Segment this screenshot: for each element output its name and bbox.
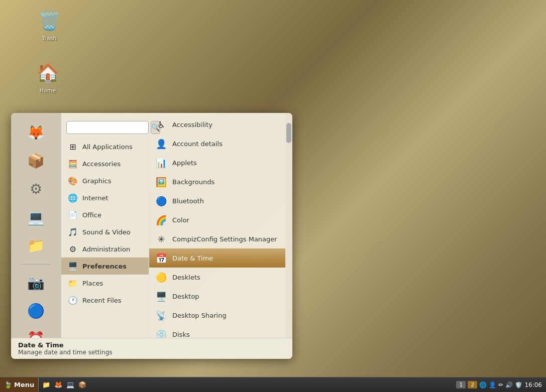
cat-preferences[interactable]: 🖥️ Preferences [61, 257, 149, 275]
administration-icon: ⚙️ [67, 243, 78, 254]
taskbar-firefox-icon[interactable]: 🦊 [53, 379, 64, 390]
app-backgrounds-label: Backgrounds [172, 178, 214, 186]
compizconfig-icon: ✳️ [155, 233, 167, 245]
cat-internet[interactable]: 🌐 Internet [61, 189, 149, 206]
app-date-time-label: Date & Time [172, 254, 213, 262]
app-tooltip: Date & Time Manage date and time setting… [149, 338, 285, 359]
scrollbar[interactable] [285, 113, 292, 359]
edit-icon: ✏️ [498, 381, 503, 388]
internet-icon: 🌐 [67, 192, 78, 203]
app-accessibility-label: Accessibility [172, 121, 212, 128]
menu-sidebar: 🦊 📦 ⚙️ 💻 📁 📷 🔵 ⏰ [11, 113, 61, 359]
categories-column: 🔍 ⊞ All Applications 🧮 Accessories 🎨 Gra… [61, 113, 149, 359]
sidebar-gear-icon[interactable]: ⚙️ [22, 177, 50, 201]
menu-label: Menu [14, 381, 34, 388]
sidebar-camera-icon[interactable]: 📷 [22, 271, 50, 295]
cat-sound-video[interactable]: 🎵 Sound & Video [61, 223, 149, 240]
shield-icon: 🛡️ [515, 381, 522, 388]
app-bluetooth-label: Bluetooth [172, 197, 204, 205]
app-desktop-sharing[interactable]: 📡 Desktop Sharing [149, 306, 285, 325]
sidebar-separator [21, 264, 51, 265]
sidebar-terminal-icon[interactable]: 💻 [22, 205, 50, 229]
cat-administration-label: Administration [82, 245, 130, 253]
taskbar-right: 1 2 🌐 👤 ✏️ 🔊 🛡️ 16:06 [452, 377, 546, 392]
desktop-icon-trash[interactable]: 🗑️ Trash [29, 9, 69, 42]
desktop-icon-home[interactable]: 🏠 Home [28, 61, 68, 94]
tooltip-description: Manage date and time settings [149, 349, 285, 356]
tooltip-title: Date & Time [149, 341, 285, 349]
accessibility-icon: ♿ [155, 118, 167, 130]
app-color[interactable]: 🌈 Color [149, 210, 285, 229]
preferences-icon: 🖥️ [67, 260, 78, 272]
app-backgrounds[interactable]: 🖼️ Backgrounds [149, 172, 285, 191]
cat-recent-files[interactable]: 🕐 Recent Files [61, 292, 149, 309]
app-date-time[interactable]: 📅 Date & Time [149, 248, 285, 268]
cat-accessories-label: Accessories [82, 160, 121, 168]
all-apps-icon: ⊞ [67, 141, 78, 152]
desktop-sharing-icon: 📡 [155, 309, 167, 321]
app-compizconfig-label: CompizConfig Settings Manager [172, 235, 277, 243]
app-applets-label: Applets [172, 159, 197, 167]
places-icon: 📁 [67, 278, 78, 289]
cat-administration[interactable]: ⚙️ Administration [61, 240, 149, 257]
color-icon: 🌈 [155, 214, 167, 226]
cat-sound-video-label: Sound & Video [82, 228, 131, 236]
user-icon: 👤 [489, 381, 496, 388]
applets-icon: 📊 [155, 157, 167, 169]
cat-internet-label: Internet [82, 194, 108, 202]
sidebar-settings-icon[interactable]: 🔵 [22, 299, 50, 323]
app-desktop[interactable]: 🖥️ Desktop [149, 287, 285, 306]
app-compizconfig[interactable]: ✳️ CompizConfig Settings Manager [149, 229, 285, 248]
sidebar-folder-icon[interactable]: 📁 [22, 234, 50, 258]
taskbar-apps: 📁 🦊 💻 📦 [39, 379, 90, 390]
volume-icon: 🔊 [505, 381, 513, 388]
taskbar-manager-icon[interactable]: 📦 [77, 379, 88, 390]
app-applets[interactable]: 📊 Applets [149, 153, 285, 172]
date-time-icon: 📅 [155, 252, 167, 264]
graphics-icon: 🎨 [67, 175, 78, 186]
app-color-label: Color [172, 216, 189, 224]
workspace-1[interactable]: 1 [456, 381, 466, 388]
menu-main-content: 🔍 ⊞ All Applications 🧮 Accessories 🎨 Gra… [61, 113, 292, 359]
bluetooth-icon: 🔵 [155, 195, 167, 207]
app-desklets[interactable]: 🟡 Desklets [149, 268, 285, 287]
search-input[interactable] [66, 121, 149, 134]
cat-graphics-label: Graphics [82, 177, 111, 185]
recent-files-icon: 🕐 [67, 295, 78, 306]
cat-all-applications[interactable]: ⊞ All Applications [61, 138, 149, 155]
cat-all-applications-label: All Applications [82, 143, 133, 151]
menu-icon: 🍃 [4, 381, 12, 388]
accessories-icon: 🧮 [67, 158, 78, 169]
cat-accessories[interactable]: 🧮 Accessories [61, 155, 149, 172]
account-details-icon: 👤 [155, 138, 167, 150]
application-menu: 🦊 📦 ⚙️ 💻 📁 📷 🔵 ⏰ 🔍 ⊞ All Applications 🧮 … [11, 113, 292, 359]
taskbar-files-icon[interactable]: 📁 [41, 379, 52, 390]
app-desktop-sharing-label: Desktop Sharing [172, 312, 227, 319]
clock: 16:06 [524, 381, 542, 388]
sidebar-firefox-icon[interactable]: 🦊 [22, 120, 50, 145]
app-desklets-label: Desklets [172, 274, 200, 281]
app-accessibility[interactable]: ♿ Accessibility [149, 115, 285, 134]
scroll-thumb[interactable] [286, 123, 291, 143]
cat-places-label: Places [82, 280, 103, 287]
cat-graphics[interactable]: 🎨 Graphics [61, 172, 149, 189]
app-account-details[interactable]: 👤 Account details [149, 134, 285, 153]
sound-video-icon: 🎵 [67, 226, 78, 237]
sidebar-package-icon[interactable]: 📦 [22, 149, 50, 173]
apps-column: ♿ Accessibility 👤 Account details 📊 Appl… [149, 113, 285, 359]
app-desktop-label: Desktop [172, 293, 199, 300]
taskbar-terminal-icon[interactable]: 💻 [65, 379, 76, 390]
desklets-icon: 🟡 [155, 271, 167, 283]
backgrounds-icon: 🖼️ [155, 176, 167, 188]
network-icon: 🌐 [479, 381, 487, 388]
cat-places[interactable]: 📁 Places [61, 275, 149, 292]
cat-preferences-label: Preferences [82, 263, 127, 270]
desktop-app-icon: 🖥️ [155, 290, 167, 302]
cat-recent-files-label: Recent Files [82, 297, 122, 304]
menu-button[interactable]: 🍃 Menu [0, 377, 39, 392]
workspace-2[interactable]: 2 [468, 381, 477, 388]
taskbar: 🍃 Menu 📁 🦊 💻 📦 1 2 🌐 👤 ✏️ 🔊 🛡️ 16:06 [0, 377, 546, 392]
app-bluetooth[interactable]: 🔵 Bluetooth [149, 191, 285, 210]
cat-office[interactable]: 📄 Office [61, 206, 149, 223]
app-disks-label: Disks [172, 331, 190, 338]
